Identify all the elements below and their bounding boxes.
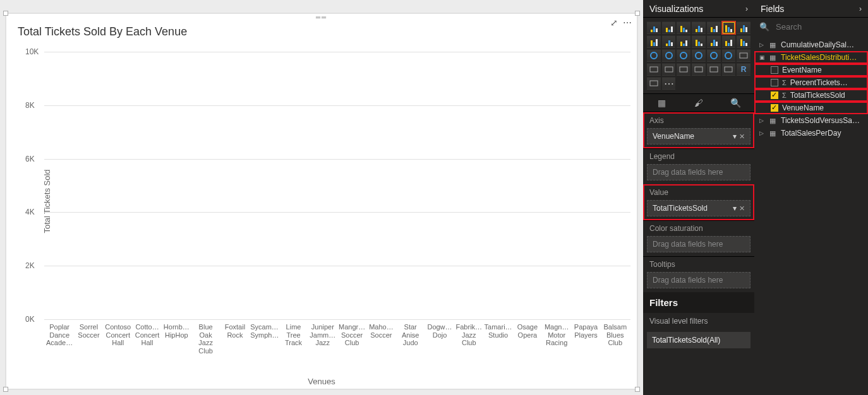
field-column-EventName[interactable]: EventName	[754, 64, 868, 76]
viz-type-clustered-col[interactable]	[692, 21, 706, 34]
svg-point-44	[680, 52, 687, 59]
colorsat-field-well[interactable]: Color saturation Drag data fields here	[643, 220, 754, 256]
x-tick-label: Osage Opera	[514, 323, 541, 339]
drag-handle-icon[interactable]: ══	[316, 14, 327, 21]
field-column-label: VenueName	[782, 103, 824, 112]
viz-type-table[interactable]	[707, 63, 721, 76]
field-checkbox[interactable]	[771, 104, 778, 112]
chevron-right-icon[interactable]: ›	[745, 4, 748, 13]
svg-rect-5	[671, 27, 673, 32]
viz-type-area[interactable]	[647, 35, 661, 48]
viz-type-slicer[interactable]	[692, 63, 706, 76]
field-table-TicketsSoldVersusSa…[interactable]: ▷▦TicketsSoldVersusSa…	[754, 114, 868, 127]
viz-type-funnel[interactable]	[722, 49, 736, 62]
viz-type-more[interactable]: ⋯	[662, 77, 676, 90]
resize-handle[interactable]	[3, 11, 8, 16]
field-column-TotalTicketsSold[interactable]: ΣTotalTicketsSold	[754, 89, 868, 102]
svg-rect-0	[651, 30, 653, 32]
viz-type-line-col2[interactable]	[692, 35, 706, 48]
viz-type-card[interactable]	[647, 63, 661, 76]
fields-header[interactable]: Fields ›	[754, 0, 868, 18]
svg-rect-21	[651, 40, 653, 46]
viz-type-pie[interactable]	[647, 49, 661, 62]
field-column-label: PercentTickets…	[790, 78, 848, 87]
x-tick-label: Poplar Dance Acade…	[45, 323, 73, 347]
viz-type-waterfall[interactable]	[722, 35, 736, 48]
field-column-PercentTickets…[interactable]: ΣPercentTickets…	[754, 76, 868, 89]
expand-caret-icon[interactable]: ▷	[759, 42, 766, 48]
viz-type-treemap[interactable]	[677, 49, 690, 62]
value-field-pill[interactable]: TotalTicketsSold ▾✕	[647, 200, 750, 216]
visualizations-panel: Visualizations › R⋯ ▦ 🖌 🔍 Axis VenueName…	[643, 0, 754, 395]
fields-table-list: ▷▦CumulativeDailySal…▣▦TicketSalesDistri…	[754, 36, 868, 142]
axis-field-well[interactable]: Axis VenueName ▾✕	[643, 112, 754, 148]
x-tick-label: Magn… Motor Racing	[543, 323, 570, 347]
viz-type-stacked-bar[interactable]	[647, 21, 661, 34]
field-table-CumulativeDailySal…[interactable]: ▷▦CumulativeDailySal…	[754, 38, 868, 51]
viz-type-scatter[interactable]	[737, 35, 750, 48]
field-checkbox[interactable]	[771, 91, 778, 99]
viz-type-matrix[interactable]	[722, 63, 736, 76]
report-canvas[interactable]: ══ ⤢ ⋯ Total Tickets Sold By Each Venue …	[0, 0, 643, 395]
focus-mode-icon[interactable]: ⤢	[610, 18, 618, 28]
viz-type-stacked-col[interactable]	[677, 21, 690, 34]
more-options-icon[interactable]: ⋯	[623, 18, 632, 28]
field-table-TicketSalesDistributi…[interactable]: ▣▦TicketSalesDistributi…	[754, 51, 868, 64]
expand-caret-icon[interactable]: ▷	[759, 117, 766, 124]
fields-tab-icon[interactable]: ▦	[643, 94, 680, 112]
visualizations-header[interactable]: Visualizations ›	[643, 0, 754, 18]
format-tab-icon[interactable]: 🖌	[680, 94, 718, 112]
axis-field-pill[interactable]: VenueName ▾✕	[647, 128, 750, 144]
remove-field-icon[interactable]: ✕	[739, 133, 745, 140]
viz-type-donut[interactable]	[662, 49, 676, 62]
svg-point-46	[711, 52, 717, 59]
resize-handle[interactable]	[635, 387, 640, 392]
resize-handle[interactable]	[3, 387, 8, 392]
svg-rect-34	[713, 40, 715, 46]
legend-field-well[interactable]: Legend Drag data fields here	[643, 148, 754, 184]
svg-rect-16	[728, 27, 730, 32]
chevron-down-icon[interactable]: ▾	[733, 204, 737, 213]
svg-rect-41	[745, 43, 747, 46]
expand-caret-icon[interactable]: ▣	[759, 54, 766, 61]
value-field-well[interactable]: Value TotalTicketsSold ▾✕	[643, 184, 754, 220]
chart-visual-card[interactable]: ══ ⤢ ⋯ Total Tickets Sold By Each Venue …	[5, 13, 638, 390]
remove-field-icon[interactable]: ✕	[739, 204, 745, 212]
chevron-right-icon[interactable]: ›	[859, 4, 862, 13]
viz-type-py[interactable]	[647, 77, 661, 90]
field-checkbox[interactable]	[771, 79, 778, 86]
field-table-TotalSalesPerDay[interactable]: ▷▦TotalSalesPerDay	[754, 127, 868, 139]
viz-type-stacked-area[interactable]	[662, 35, 676, 48]
viz-type-clustered-bar[interactable]	[662, 21, 676, 34]
viz-type-r[interactable]: R	[737, 63, 750, 76]
search-input[interactable]	[775, 21, 868, 32]
gridline	[44, 319, 630, 320]
viz-type-filled-map[interactable]	[707, 49, 721, 62]
resize-handle[interactable]	[635, 11, 640, 16]
viz-type-kpi[interactable]	[677, 63, 690, 76]
expand-caret-icon[interactable]: ▷	[759, 130, 766, 136]
viz-type-ribbon[interactable]	[707, 35, 721, 48]
viz-type-line-col[interactable]	[677, 35, 690, 48]
field-table-label: TotalSalesPerDay	[781, 129, 841, 138]
field-checkbox[interactable]	[771, 66, 778, 74]
viz-type-multi-card[interactable]	[662, 63, 676, 76]
svg-rect-18	[740, 28, 742, 32]
viz-type-line[interactable]	[737, 21, 750, 34]
viz-type-clustered-col-sel[interactable]	[722, 21, 736, 34]
viz-type-map[interactable]	[692, 49, 706, 62]
tooltips-field-well[interactable]: Tooltips Drag data fields here	[643, 256, 754, 292]
fields-search[interactable]: 🔍	[754, 18, 868, 36]
y-tick-label: 8K	[25, 101, 35, 110]
colorsat-well-label: Color saturation	[643, 221, 754, 236]
field-column-VenueName[interactable]: VenueName	[754, 102, 868, 114]
x-tick-label: Foxtail Rock	[221, 323, 249, 339]
svg-rect-51	[680, 67, 687, 72]
filter-item[interactable]: TotalTicketsSold(All)	[647, 332, 750, 348]
analytics-tab-icon[interactable]: 🔍	[717, 94, 754, 112]
x-tick-label: Lime Tree Track	[280, 323, 308, 347]
viz-type-gauge[interactable]	[737, 49, 750, 62]
chevron-down-icon[interactable]: ▾	[733, 132, 737, 141]
viz-type-stacked-bar100[interactable]	[707, 21, 721, 34]
svg-rect-3	[666, 28, 668, 32]
